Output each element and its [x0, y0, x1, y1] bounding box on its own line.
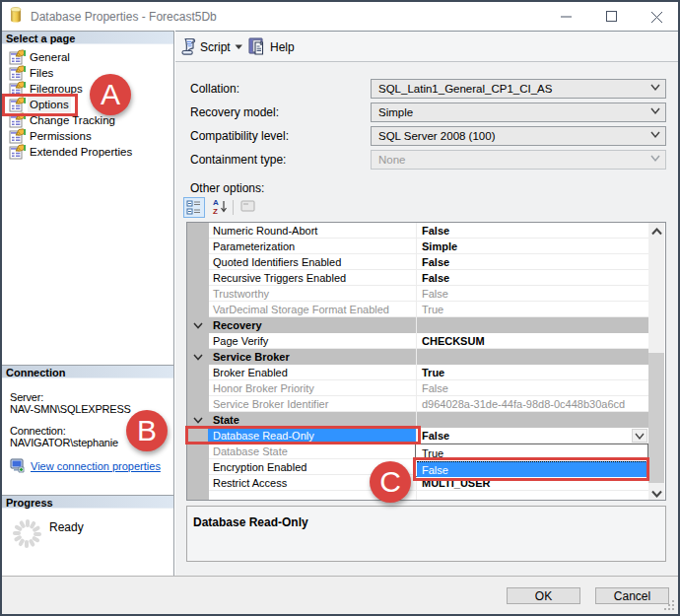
svg-text:A: A — [213, 198, 219, 207]
svg-text:Z: Z — [213, 207, 218, 216]
